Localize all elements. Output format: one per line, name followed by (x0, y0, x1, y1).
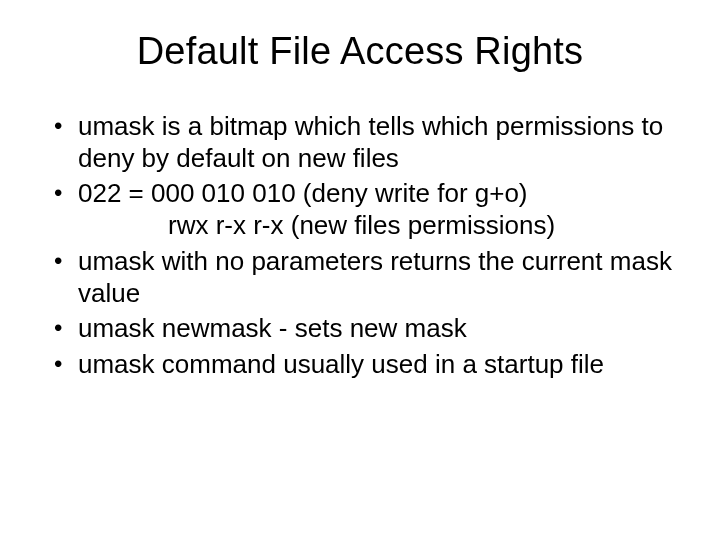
list-item: umask with no parameters returns the cur… (48, 246, 672, 309)
bullet-text: umask command usually used in a startup … (78, 349, 604, 379)
bullet-list: umask is a bitmap which tells which perm… (48, 111, 672, 381)
bullet-text: umask newmask - sets new mask (78, 313, 467, 343)
list-item: umask command usually used in a startup … (48, 349, 672, 381)
bullet-text: umask with no parameters returns the cur… (78, 246, 672, 308)
slide: Default File Access Rights umask is a bi… (0, 0, 720, 540)
list-item: umask is a bitmap which tells which perm… (48, 111, 672, 174)
list-item: umask newmask - sets new mask (48, 313, 672, 345)
bullet-subtext: rwx r-x r-x (new files permissions) (78, 210, 672, 242)
slide-title: Default File Access Rights (48, 30, 672, 73)
bullet-text: 022 = 000 010 010 (deny write for g+o) (78, 178, 528, 208)
list-item: 022 = 000 010 010 (deny write for g+o) r… (48, 178, 672, 241)
bullet-text: umask is a bitmap which tells which perm… (78, 111, 663, 173)
